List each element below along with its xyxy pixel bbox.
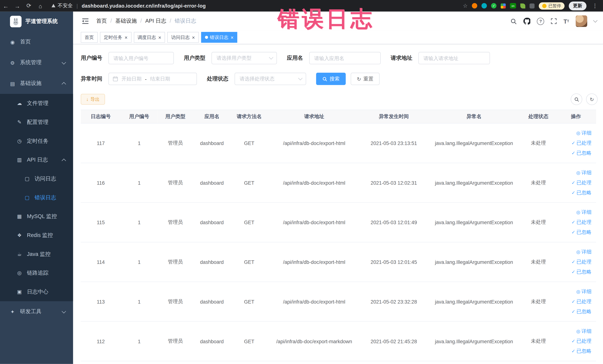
- search-button[interactable]: 搜索: [316, 73, 346, 85]
- ignored-link[interactable]: 已忽略: [557, 188, 591, 198]
- processed-link[interactable]: 已处理: [557, 297, 591, 307]
- view-icon: [576, 289, 580, 294]
- view-icon: [576, 130, 580, 136]
- sidebar-item-scheduled-jobs[interactable]: ◷ 定时任务: [0, 132, 73, 151]
- active-dot: [205, 36, 208, 39]
- help-icon[interactable]: ?: [537, 17, 544, 25]
- export-button[interactable]: 导出: [81, 94, 105, 105]
- toggle-search-button[interactable]: [571, 94, 582, 105]
- breadcrumb-api-log[interactable]: API 日志: [145, 18, 175, 24]
- sidebar-item-config-management[interactable]: ✎ 配置管理: [0, 113, 73, 132]
- cell-exception-name: java.lang.IllegalArgumentException: [427, 202, 521, 242]
- detail-link[interactable]: 详细: [557, 326, 591, 336]
- sidebar-item-mysql-monitor[interactable]: ▦ MySQL 监控: [0, 207, 73, 226]
- warning-icon: [52, 4, 55, 7]
- address-url[interactable]: dashboard.yudao.iocoder.cn/infra/log/api…: [82, 3, 206, 9]
- detail-link[interactable]: 详细: [557, 247, 591, 257]
- extension-icon-leaf[interactable]: [520, 3, 525, 8]
- user-type-select[interactable]: 请选择用户类型: [211, 52, 277, 64]
- close-icon[interactable]: [231, 35, 233, 40]
- github-icon[interactable]: [523, 18, 530, 24]
- process-status-select[interactable]: 请选择处理状态: [235, 73, 306, 85]
- back-icon[interactable]: ←: [0, 2, 12, 9]
- cell-request-url: /api/infra/db-doc/export-html: [268, 242, 361, 282]
- extension-icon-grid[interactable]: [501, 3, 506, 8]
- tab-home[interactable]: 首页: [81, 32, 98, 43]
- end-date-placeholder: 结束日期: [150, 75, 170, 82]
- sidebar-item-infrastructure[interactable]: ▤ 基础设施: [0, 73, 73, 94]
- bookmark-star-icon[interactable]: ☆: [463, 3, 468, 9]
- app-name-input[interactable]: [309, 52, 381, 64]
- date-range-picker[interactable]: 开始日期 - 结束日期: [108, 73, 197, 85]
- security-chip[interactable]: 不安全: [52, 2, 73, 9]
- request-url-input[interactable]: [418, 52, 490, 64]
- ignored-link[interactable]: 已忽略: [557, 148, 591, 158]
- sidebar-item-file-management[interactable]: ☁ 文件管理: [0, 94, 73, 113]
- processed-link[interactable]: 已处理: [557, 178, 591, 188]
- sidebar-collapse-icon[interactable]: [81, 18, 89, 24]
- tab-error-log[interactable]: 错误日志: [201, 32, 237, 43]
- sidebar-item-dev-tools[interactable]: ✦ 研发工具: [0, 301, 73, 322]
- detail-link[interactable]: 详细: [557, 128, 591, 138]
- ignored-link[interactable]: 已忽略: [557, 346, 591, 356]
- fullscreen-icon[interactable]: [551, 18, 557, 24]
- sidebar-item-error-log[interactable]: ▢ 错误日志: [0, 188, 73, 207]
- cell-actions: 详细 已处理 已忽略: [556, 282, 596, 322]
- sidebar-item-access-log[interactable]: ▢ 访问日志: [0, 169, 73, 188]
- sidebar-item-api-log[interactable]: ▥ API 日志: [0, 150, 73, 169]
- reset-button[interactable]: 重置: [351, 73, 380, 85]
- sidebar-item-system-management[interactable]: ⚙ 系统管理: [0, 52, 73, 73]
- table-header-row: 日志编号 用户编号 用户类型 应用名 请求方法名 请求地址 异常发生时间 异常名…: [81, 110, 596, 123]
- sidebar-item-home[interactable]: ◉ 首页: [0, 32, 73, 52]
- start-date-placeholder: 开始日期: [122, 75, 142, 82]
- search-icon[interactable]: [510, 18, 517, 24]
- update-button[interactable]: 更新: [569, 1, 586, 10]
- close-icon[interactable]: [192, 35, 195, 40]
- ignored-link[interactable]: 已忽略: [557, 306, 591, 317]
- cell-user-id: 1: [121, 163, 158, 203]
- col-log-id: 日志编号: [81, 110, 121, 123]
- cell-exception-name: java.lang.IllegalArgumentException: [427, 123, 521, 163]
- extension-icon-orange[interactable]: [472, 3, 477, 9]
- user-avatar[interactable]: [576, 15, 587, 27]
- processed-link[interactable]: 已处理: [557, 336, 591, 346]
- sidebar-item-log-center[interactable]: ▣ 日志中心: [0, 282, 73, 301]
- user-id-input[interactable]: [108, 52, 174, 64]
- extension-icon-green-check[interactable]: ✓: [491, 3, 496, 9]
- extensions-puzzle-icon[interactable]: [530, 3, 534, 8]
- extension-icon-teal[interactable]: [481, 3, 487, 9]
- breadcrumb-home[interactable]: 首页: [96, 18, 116, 24]
- detail-link[interactable]: 详细: [557, 207, 591, 217]
- close-icon[interactable]: [125, 35, 128, 40]
- home-icon[interactable]: ⌂: [35, 2, 46, 9]
- tab-scheduled-jobs[interactable]: 定时任务: [100, 32, 131, 43]
- table-row: 117 1 管理员 dashboard GET /api/infra/db-do…: [81, 123, 596, 163]
- refresh-table-button[interactable]: [586, 94, 598, 105]
- forward-icon[interactable]: →: [12, 2, 23, 9]
- breadcrumb-infrastructure[interactable]: 基础设施: [115, 18, 145, 24]
- toolbar-right: [571, 94, 598, 105]
- infrastructure-icon: ▤: [9, 81, 16, 86]
- reload-icon[interactable]: ⟳: [23, 2, 35, 9]
- ignored-link[interactable]: 已忽略: [557, 227, 591, 237]
- processed-link[interactable]: 已处理: [557, 217, 591, 227]
- sidebar-item-java-monitor[interactable]: ☕ Java 监控: [0, 245, 73, 263]
- processed-link[interactable]: 已处理: [557, 257, 591, 267]
- extension-icon-on[interactable]: on: [510, 3, 516, 9]
- tab-access-log[interactable]: 访问日志: [167, 32, 199, 43]
- cell-user-type: 管理员: [158, 242, 193, 282]
- avatar-caret-icon[interactable]: [593, 18, 597, 23]
- processed-link[interactable]: 已处理: [557, 138, 591, 148]
- sidebar-item-link-tracing[interactable]: ◎ 链路追踪: [0, 263, 73, 282]
- close-icon[interactable]: [158, 35, 161, 40]
- detail-link[interactable]: 详细: [557, 168, 591, 178]
- chevron-down-icon: [298, 76, 302, 80]
- font-size-icon[interactable]: TT: [564, 18, 569, 24]
- sidebar-item-redis-monitor[interactable]: ❖ Redis 监控: [0, 226, 73, 245]
- detail-link[interactable]: 详细: [557, 287, 591, 297]
- browser-menu-kebab-icon[interactable]: ⋮: [591, 3, 599, 9]
- cell-method: GET: [231, 321, 268, 361]
- ignored-link[interactable]: 已忽略: [557, 267, 591, 277]
- tab-dispatch-log[interactable]: 调度日志: [134, 32, 165, 43]
- paused-badge[interactable]: 已暂停: [539, 2, 565, 9]
